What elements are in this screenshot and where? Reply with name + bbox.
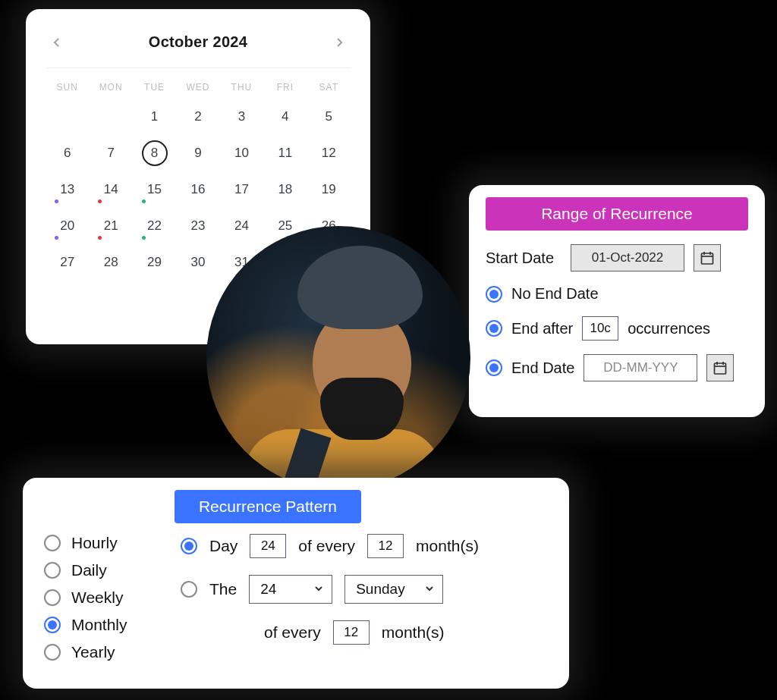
radio-frequency[interactable] <box>44 589 61 606</box>
occurrences-input[interactable]: 10c <box>582 316 618 341</box>
calendar-icon[interactable] <box>706 354 734 381</box>
svg-rect-0 <box>702 253 713 264</box>
calendar-day[interactable]: 18 <box>263 171 307 208</box>
chevron-right-icon[interactable] <box>334 37 344 48</box>
radio-frequency[interactable] <box>44 535 61 551</box>
day-label: Day <box>209 537 238 555</box>
radio-weekday-of-month[interactable] <box>181 581 197 598</box>
chevron-down-icon <box>313 581 324 598</box>
calendar-day[interactable]: 12 <box>307 135 351 171</box>
frequency-label: Weekly <box>71 589 123 607</box>
calendar-title: October 2024 <box>149 33 247 51</box>
frequency-option[interactable]: Hourly <box>44 534 159 552</box>
frequency-label: Hourly <box>71 534 118 552</box>
calendar-day[interactable]: 13 <box>46 171 89 208</box>
months-suffix-1: month(s) <box>416 537 479 555</box>
range-panel: Range of Recurrence Start Date 01-Oct-20… <box>469 185 765 417</box>
worker-photo <box>206 226 470 490</box>
calendar-day[interactable]: 10 <box>220 135 263 171</box>
frequency-label: Yearly <box>71 643 115 661</box>
frequency-option[interactable]: Weekly <box>44 589 159 607</box>
calendar-day[interactable]: 17 <box>220 171 263 208</box>
weekday-label: THU <box>220 82 263 93</box>
range-title: Range of Recurrence <box>486 197 748 231</box>
occurrences-label: occurrences <box>628 320 710 337</box>
months-input-1[interactable]: 12 <box>367 534 404 558</box>
start-date-row: Start Date 01-Oct-2022 <box>486 244 748 272</box>
pattern-detail: Day 24 of every 12 month(s) The 24 Sunda… <box>181 534 479 670</box>
calendar-day[interactable]: 1 <box>133 99 176 135</box>
the-label: The <box>209 580 237 598</box>
end-date-input[interactable]: DD-MM-YYY <box>584 354 697 381</box>
frequency-option[interactable]: Yearly <box>44 643 159 661</box>
calendar-day[interactable]: 15 <box>133 171 176 208</box>
weekday-label: MON <box>89 82 132 93</box>
week-num-select[interactable]: 24 <box>249 575 332 604</box>
pattern-frequency-options: HourlyDailyWeeklyMonthlyYearly <box>44 534 159 670</box>
radio-end-date[interactable] <box>486 359 502 376</box>
calendar-day[interactable]: 28 <box>89 244 132 281</box>
calendar-day[interactable]: 22 <box>133 208 176 244</box>
frequency-option[interactable]: Daily <box>44 561 159 579</box>
end-after-label: End after <box>511 320 573 337</box>
calendar-day[interactable]: 23 <box>176 208 219 244</box>
weekday-select[interactable]: Sunday <box>344 575 443 604</box>
pattern-panel: Recurrence Pattern HourlyDailyWeeklyMont… <box>23 478 569 689</box>
calendar-day[interactable]: 14 <box>89 171 132 208</box>
frequency-option[interactable]: Monthly <box>44 616 159 634</box>
weekday-label: WED <box>176 82 219 93</box>
radio-end-after[interactable] <box>486 320 502 337</box>
calendar-day[interactable]: 4 <box>263 99 307 135</box>
calendar-day[interactable]: 30 <box>176 244 219 281</box>
weekday-of-month-row[interactable]: The 24 Sunday <box>181 575 479 604</box>
chevron-left-icon[interactable] <box>52 37 62 48</box>
calendar-header: October 2024 <box>46 23 351 68</box>
of-every-label: of every <box>298 537 355 555</box>
radio-day-of-month[interactable] <box>181 538 197 554</box>
calendar-day[interactable]: 11 <box>263 135 307 171</box>
calendar-day[interactable]: 8 <box>133 135 176 171</box>
day-of-month-row[interactable]: Day 24 of every 12 month(s) <box>181 534 479 558</box>
calendar-day[interactable]: 24 <box>220 208 263 244</box>
radio-frequency[interactable] <box>44 562 61 579</box>
calendar-day <box>46 99 89 135</box>
pattern-title: Recurrence Pattern <box>175 490 361 523</box>
end-after-row[interactable]: End after 10c occurrences <box>486 316 748 341</box>
calendar-day[interactable]: 3 <box>220 99 263 135</box>
svg-rect-4 <box>715 363 726 374</box>
radio-frequency[interactable] <box>44 617 61 633</box>
weekday-label: TUE <box>133 82 176 93</box>
calendar-day[interactable]: 5 <box>307 99 351 135</box>
calendar-day[interactable]: 20 <box>46 208 89 244</box>
calendar-day[interactable]: 6 <box>46 135 89 171</box>
calendar-day[interactable]: 27 <box>46 244 89 281</box>
no-end-date-label: No End Date <box>511 285 599 303</box>
calendar-icon[interactable] <box>694 244 721 272</box>
start-date-input[interactable]: 01-Oct-2022 <box>571 244 684 272</box>
start-date-label: Start Date <box>486 250 562 267</box>
no-end-date-row[interactable]: No End Date <box>486 285 748 303</box>
frequency-label: Daily <box>71 561 107 579</box>
months-input-2[interactable]: 12 <box>333 620 370 645</box>
of-every-label-2: of every <box>264 623 321 642</box>
radio-no-end-date[interactable] <box>486 286 502 303</box>
weekday-months-row: of every 12 month(s) <box>264 620 479 645</box>
months-suffix-2: month(s) <box>382 623 445 642</box>
weekday-label: SAT <box>307 82 351 93</box>
calendar-day[interactable]: 7 <box>89 135 132 171</box>
calendar-day[interactable]: 19 <box>307 171 351 208</box>
calendar-day[interactable]: 2 <box>176 99 219 135</box>
calendar-day <box>89 99 132 135</box>
radio-frequency[interactable] <box>44 644 61 661</box>
calendar-day[interactable]: 16 <box>176 171 219 208</box>
weekday-label: FRI <box>263 82 307 93</box>
day-input[interactable]: 24 <box>250 534 286 558</box>
chevron-down-icon <box>424 581 435 598</box>
calendar-day[interactable]: 9 <box>176 135 219 171</box>
end-date-row[interactable]: End Date DD-MM-YYY <box>486 354 748 381</box>
calendar-day[interactable]: 21 <box>89 208 132 244</box>
end-date-label: End Date <box>511 359 574 377</box>
calendar-day[interactable]: 29 <box>133 244 176 281</box>
frequency-label: Monthly <box>71 616 127 634</box>
weekday-label: SUN <box>46 82 89 93</box>
